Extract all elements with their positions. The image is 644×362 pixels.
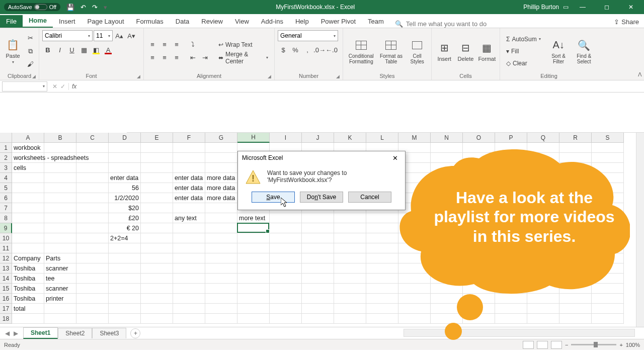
grid-cell[interactable]: [366, 274, 398, 284]
column-header[interactable]: A: [12, 133, 44, 143]
grid-cell[interactable]: [495, 153, 527, 163]
italic-button[interactable]: I: [54, 44, 65, 55]
grid-cell[interactable]: [527, 193, 559, 203]
grid-cell[interactable]: [592, 314, 624, 324]
grid-cell[interactable]: [76, 304, 109, 314]
grid-cell[interactable]: [463, 314, 495, 324]
tab-page-layout[interactable]: Page Layout: [82, 15, 130, 28]
grid-cell[interactable]: [366, 243, 398, 253]
grid-cell[interactable]: [205, 153, 237, 163]
grid-cell[interactable]: [141, 314, 173, 324]
grid-cell[interactable]: [205, 243, 237, 253]
grid-cell[interactable]: enter data: [109, 173, 141, 183]
grid-cell[interactable]: [495, 203, 527, 213]
page-break-view-button[interactable]: [551, 341, 562, 349]
grid-cell[interactable]: [592, 153, 624, 163]
grid-cell[interactable]: [463, 304, 495, 314]
increase-decimal-button[interactable]: .0→: [314, 44, 325, 55]
grid-cell[interactable]: [109, 304, 141, 314]
grid-cell[interactable]: [431, 314, 463, 324]
grid-cell[interactable]: [173, 153, 205, 163]
grid-cell[interactable]: [527, 213, 559, 223]
align-left-button[interactable]: ≡: [147, 52, 158, 63]
number-format-combo[interactable]: General▾: [278, 30, 338, 41]
maximize-button[interactable]: ◻: [597, 0, 617, 14]
column-header[interactable]: H: [237, 133, 270, 143]
grid-cell[interactable]: [173, 143, 205, 153]
dialog-launcher-icon[interactable]: ◢: [32, 74, 36, 79]
grid-cell[interactable]: [302, 314, 334, 324]
grid-cell[interactable]: [76, 233, 109, 243]
grid-cell[interactable]: [205, 163, 237, 173]
grid-cell[interactable]: [141, 253, 173, 263]
grid-cell[interactable]: [302, 253, 334, 263]
grid-cell[interactable]: [431, 263, 463, 274]
grid-cell[interactable]: [559, 213, 592, 223]
grid-cell[interactable]: [205, 284, 237, 294]
grid-cell[interactable]: Toshiba: [12, 274, 44, 284]
grid-cell[interactable]: [44, 304, 76, 314]
grid-cell[interactable]: [559, 243, 592, 253]
row-header[interactable]: 7: [0, 203, 12, 213]
grid-cell[interactable]: [302, 263, 334, 274]
grid-cell[interactable]: [527, 253, 559, 263]
grid-cell[interactable]: [592, 213, 624, 223]
grid-cell[interactable]: [592, 163, 624, 173]
grid-cell[interactable]: [237, 233, 270, 243]
grid-cell[interactable]: [173, 163, 205, 173]
grid-cell[interactable]: [527, 203, 559, 213]
grid-cell[interactable]: [334, 233, 366, 243]
grid-cell[interactable]: [527, 223, 559, 233]
grid-cell[interactable]: [495, 233, 527, 243]
sort-filter-button[interactable]: A↓Sort & Filter: [548, 38, 570, 64]
grid-cell[interactable]: [173, 233, 205, 243]
grid-cell[interactable]: [334, 243, 366, 253]
grid-cell[interactable]: [141, 274, 173, 284]
grid-cell[interactable]: [495, 163, 527, 173]
name-box[interactable]: ▾: [2, 81, 47, 92]
column-header[interactable]: R: [559, 133, 592, 143]
row-header[interactable]: 2: [0, 153, 12, 163]
comma-button[interactable]: ,: [302, 44, 313, 55]
clear-button[interactable]: ◇Clear: [503, 58, 544, 69]
row-header[interactable]: 8: [0, 213, 12, 223]
grid-cell[interactable]: [302, 213, 334, 223]
grid-cell[interactable]: more data: [205, 183, 237, 193]
grid-cell[interactable]: [76, 213, 109, 223]
grid-cell[interactable]: [495, 213, 527, 223]
grid-cell[interactable]: [12, 213, 44, 223]
grid-cell[interactable]: Toshiba: [12, 284, 44, 294]
grid-cell[interactable]: [334, 213, 366, 223]
column-header[interactable]: D: [109, 133, 141, 143]
grid-cell[interactable]: [431, 304, 463, 314]
column-header[interactable]: K: [334, 133, 366, 143]
grid-cell[interactable]: [495, 183, 527, 193]
grid-cell[interactable]: [592, 284, 624, 294]
grid-cell[interactable]: cells: [12, 163, 44, 173]
row-header[interactable]: 12: [0, 253, 12, 263]
horizontal-scrollbar[interactable]: [404, 329, 635, 337]
sheet-tab-1[interactable]: Sheet1: [23, 327, 58, 339]
column-header[interactable]: N: [431, 133, 463, 143]
zoom-in-button[interactable]: +: [619, 342, 622, 348]
align-middle-button[interactable]: ≡: [159, 39, 170, 50]
grid-cell[interactable]: [270, 253, 302, 263]
grid-cell[interactable]: [398, 314, 431, 324]
grid-cell[interactable]: [431, 143, 463, 153]
grid-cell[interactable]: [463, 274, 495, 284]
grid-cell[interactable]: [44, 203, 76, 213]
grid-cell[interactable]: [141, 193, 173, 203]
align-bottom-button[interactable]: ≡: [171, 39, 182, 50]
row-header[interactable]: 1: [0, 143, 12, 153]
grid-cell[interactable]: [527, 294, 559, 304]
grid-cell[interactable]: [270, 294, 302, 304]
tab-team[interactable]: Team: [362, 15, 390, 28]
grid-cell[interactable]: [592, 243, 624, 253]
vertical-scrollbar[interactable]: [636, 133, 644, 327]
conditional-formatting-button[interactable]: Conditional Formatting: [346, 38, 376, 64]
grid-cell[interactable]: [431, 284, 463, 294]
grid-cell[interactable]: [463, 233, 495, 243]
grid-cell[interactable]: [12, 173, 44, 183]
grid-cell[interactable]: [205, 143, 237, 153]
grid-cell[interactable]: [76, 223, 109, 233]
